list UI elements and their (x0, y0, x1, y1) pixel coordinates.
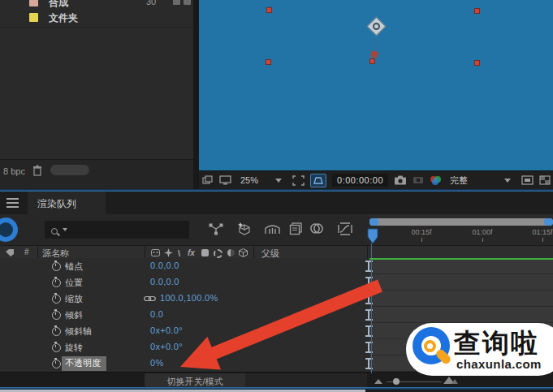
after-effects-window: 合成 30 文件夹 8 bpc (0, 0, 553, 392)
watermark-domain: chaxunla.com (456, 357, 542, 371)
watermark-logo-lens (424, 340, 436, 352)
watermark-badge: 查询啦 chaxunla.com (406, 323, 553, 376)
